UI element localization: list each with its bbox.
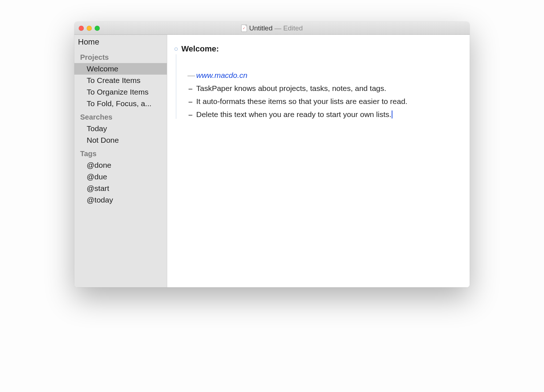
sidebar-item-to-fold-focus[interactable]: To Fold, Focus, a... — [74, 98, 167, 109]
task-row[interactable]: – It auto-formats these items so that yo… — [187, 97, 462, 106]
document-edited-suffix: — Edited — [272, 24, 302, 32]
note-link[interactable]: www.macdo.cn — [196, 71, 247, 80]
task-text: Delete this text when you are ready to s… — [196, 110, 391, 118]
sidebar-item-tag-start[interactable]: @start — [74, 183, 167, 194]
note-dash-icon: — — [187, 71, 193, 80]
project-heading-row[interactable]: Welcome: — [174, 44, 462, 54]
app-window: Untitled — Edited Home Projects Welcome … — [74, 22, 470, 287]
sidebar-item-tag-today[interactable]: @today — [74, 194, 167, 206]
fold-handle-icon[interactable] — [174, 47, 178, 51]
sidebar-item-today[interactable]: Today — [74, 123, 167, 134]
window-title: Untitled — Edited — [74, 24, 470, 32]
sidebar-item-to-organize-items[interactable]: To Organize Items — [74, 86, 167, 98]
document-icon — [241, 25, 247, 32]
task-dash-icon: – — [187, 97, 193, 106]
sidebar-section-projects: Projects — [74, 50, 167, 63]
titlebar[interactable]: Untitled — Edited — [74, 22, 470, 35]
sidebar-item-to-create-items[interactable]: To Create Items — [74, 75, 167, 86]
sidebar-item-welcome[interactable]: Welcome — [74, 63, 167, 75]
sidebar-section-searches: Searches — [74, 109, 167, 123]
task-text: It auto-formats these items so that your… — [196, 97, 407, 106]
sidebar-item-tag-due[interactable]: @due — [74, 171, 167, 183]
sidebar-item-not-done[interactable]: Not Done — [74, 134, 167, 146]
window-body: Home Projects Welcome To Create Items To… — [74, 35, 470, 287]
task-row[interactable]: – Delete this text when you are ready to… — [187, 110, 462, 119]
editor-items: — www.macdo.cn – TaskPaper knows about p… — [174, 71, 462, 119]
close-button[interactable] — [79, 26, 84, 31]
traffic-lights — [74, 26, 100, 31]
note-row[interactable]: — www.macdo.cn — [187, 71, 462, 80]
project-heading: Welcome: — [181, 44, 219, 54]
sidebar-home[interactable]: Home — [74, 36, 167, 50]
sidebar-section-tags: Tags — [74, 146, 167, 159]
task-row[interactable]: – TaskPaper knows about projects, tasks,… — [187, 84, 462, 93]
task-dash-icon: – — [187, 110, 193, 119]
task-text: TaskPaper knows about projects, tasks, n… — [196, 84, 386, 93]
text-cursor — [392, 110, 392, 118]
sidebar: Home Projects Welcome To Create Items To… — [74, 35, 167, 287]
document-name: Untitled — [249, 24, 272, 32]
task-dash-icon: – — [187, 84, 193, 93]
sidebar-item-tag-done[interactable]: @done — [74, 159, 167, 171]
editor-pane[interactable]: Welcome: — www.macdo.cn – TaskPaper know… — [167, 35, 470, 287]
zoom-button[interactable] — [95, 26, 100, 31]
guide-line — [176, 54, 176, 119]
minimize-button[interactable] — [87, 26, 92, 31]
